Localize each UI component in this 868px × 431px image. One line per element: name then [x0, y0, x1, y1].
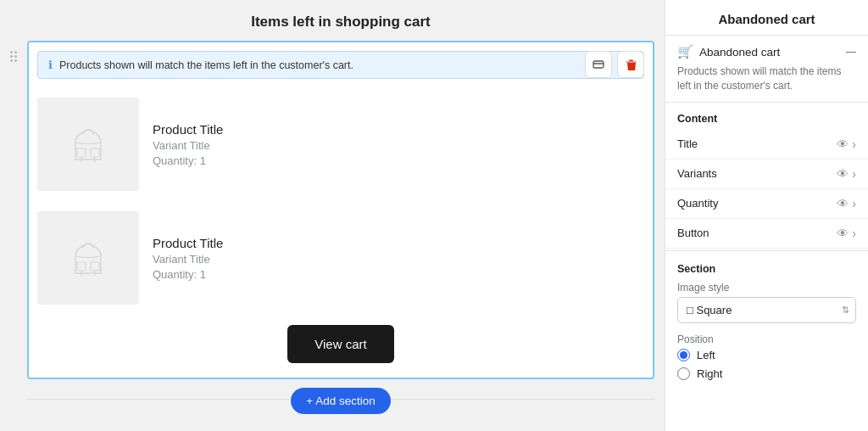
content-row-quantity-icons: 👁 ›: [837, 197, 856, 210]
view-cart-wrapper: View cart: [29, 315, 653, 377]
canvas-area: ℹ Products shown will match the items le…: [27, 41, 654, 379]
content-row-button[interactable]: Button 👁 ›: [665, 219, 868, 249]
product-qty-1: Quantity: 1: [153, 154, 223, 167]
delete-button[interactable]: [617, 51, 644, 78]
eye-icon-variants: 👁: [837, 167, 849, 181]
product-info-1: Product Title Variant Title Quantity: 1: [153, 122, 223, 167]
product-image-1: [37, 98, 139, 191]
product-qty-2: Quantity: 1: [153, 268, 223, 281]
svg-rect-0: [593, 61, 604, 68]
content-section-label: Content: [665, 103, 868, 130]
chevron-right-icon-button: ›: [852, 227, 856, 240]
eye-icon: 👁: [837, 137, 849, 151]
position-left-label: Left: [697, 349, 715, 361]
abandoned-cart-header: 🛒 Abandoned cart —: [677, 44, 856, 59]
cart-icon: 🛒: [677, 44, 693, 59]
position-radio-group: Left Right: [677, 349, 856, 380]
trash-icon: [625, 59, 637, 71]
add-section-area: + Add section: [27, 379, 654, 417]
abandoned-cart-title-row: 🛒 Abandoned cart: [677, 44, 780, 59]
info-bar: ℹ Products shown will match the items le…: [37, 51, 644, 79]
svg-rect-9: [91, 262, 99, 271]
svg-rect-5: [91, 148, 99, 157]
product-variant-2: Variant Title: [153, 253, 223, 266]
svg-rect-3: [626, 61, 636, 62]
view-icon-button[interactable]: [585, 51, 612, 78]
image-style-select[interactable]: □ Square ◯ Circle: [677, 297, 856, 323]
position-section: Position Left Right: [665, 333, 868, 390]
right-panel: Abandoned cart 🛒 Abandoned cart — Produc…: [665, 0, 868, 431]
abandoned-cart-label: Abandoned cart: [699, 46, 780, 59]
eye-icon-button: 👁: [837, 227, 849, 240]
section-divider: [665, 250, 868, 251]
abandoned-cart-block: 🛒 Abandoned cart — Products shown will m…: [665, 36, 868, 103]
info-icon: ℹ: [48, 59, 53, 71]
content-row-variants[interactable]: Variants 👁 ›: [665, 160, 868, 189]
product-item-2: Product Title Variant Title Quantity: 1: [37, 201, 644, 315]
content-row-button-icons: 👁 ›: [837, 227, 856, 240]
position-left-option[interactable]: Left: [677, 349, 856, 361]
page-title: Items left in shopping cart: [27, 14, 654, 31]
info-bar-text: Products shown will match the items left…: [59, 59, 613, 71]
content-row-variants-icons: 👁 ›: [837, 167, 856, 181]
add-section-button[interactable]: + Add section: [291, 388, 390, 414]
drag-handle[interactable]: [0, 0, 27, 431]
content-row-quantity[interactable]: Quantity 👁 ›: [665, 189, 868, 219]
chevron-right-icon-variants: ›: [852, 167, 856, 181]
canvas-toolbar: [585, 51, 644, 78]
content-row-variants-label: Variants: [677, 167, 717, 180]
image-style-select-wrapper: □ Square ◯ Circle ⇅: [677, 297, 856, 323]
main-content: Items left in shopping cart ℹ Products s…: [27, 0, 665, 431]
panel-header: Abandoned cart: [665, 0, 868, 36]
chevron-right-icon: ›: [852, 137, 856, 151]
section-block-title: Section: [677, 253, 856, 282]
svg-rect-2: [629, 59, 633, 61]
product-item: Product Title Variant Title Quantity: 1: [37, 87, 644, 201]
abandoned-cart-desc: Products shown will match the items left…: [677, 64, 856, 93]
content-row-title-icons: 👁 ›: [837, 137, 856, 151]
position-right-option[interactable]: Right: [677, 367, 856, 380]
position-right-label: Right: [697, 367, 722, 380]
section-block: Section Image style □ Square ◯ Circle ⇅: [665, 253, 868, 333]
product-title-2: Product Title: [153, 236, 223, 250]
svg-rect-8: [77, 262, 86, 271]
collapse-icon[interactable]: —: [846, 46, 856, 58]
chevron-right-icon-quantity: ›: [852, 197, 856, 210]
content-row-button-label: Button: [677, 227, 709, 239]
product-image-2: [37, 211, 139, 305]
drag-dots-icon: [10, 51, 17, 62]
svg-rect-4: [77, 148, 86, 157]
position-label: Position: [677, 333, 856, 345]
eye-icon-quantity: 👁: [837, 197, 849, 210]
view-cart-button[interactable]: View cart: [287, 325, 393, 363]
view-icon: [592, 58, 605, 71]
product-info-2: Product Title Variant Title Quantity: 1: [153, 236, 223, 281]
content-row-quantity-label: Quantity: [677, 197, 718, 210]
position-left-radio[interactable]: [677, 349, 690, 361]
product-list: Product Title Variant Title Quantity: 1: [29, 87, 653, 315]
product-variant-1: Variant Title: [153, 139, 223, 152]
image-style-label: Image style: [677, 282, 856, 294]
position-right-radio[interactable]: [677, 367, 690, 380]
content-items-list: Title 👁 › Variants 👁 › Quantity 👁 › Butt…: [665, 130, 868, 249]
content-row-title[interactable]: Title 👁 ›: [665, 130, 868, 160]
content-row-title-label: Title: [677, 137, 698, 150]
product-title-1: Product Title: [153, 122, 223, 137]
